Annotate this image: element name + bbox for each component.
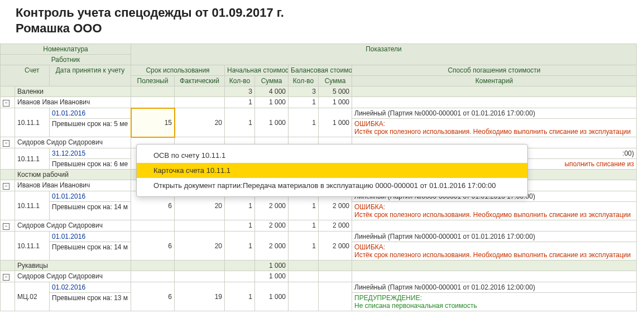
hdr-accept-date: Дата принятия к учету (50, 65, 131, 86)
cell[interactable]: 1 (225, 97, 255, 108)
date-cell[interactable]: 01.01.2016 (50, 232, 131, 242)
page-subtitle: Ромашка ООО (16, 21, 644, 36)
hdr-k1: Кол-во (225, 76, 255, 86)
actual-cell[interactable]: 20 (175, 108, 225, 137)
error-cell[interactable]: ОШИБКА: Истёк срок полезного использован… (352, 242, 637, 261)
cell[interactable]: 1 000 (319, 108, 352, 137)
cell[interactable]: 3 (225, 86, 255, 97)
cell[interactable]: 2 000 (319, 232, 352, 261)
error-title: ОШИБКА: (354, 120, 385, 128)
cell[interactable]: 1 000 (255, 108, 289, 137)
menu-item-open-doc[interactable]: Открыть документ партии:Передача материа… (137, 178, 527, 193)
hdr-comment: Коментарий (352, 76, 637, 86)
collapse-toggle[interactable]: − (1, 220, 15, 232)
method-cell[interactable]: Линейный (Партия №0000-000001 от 01.01.2… (352, 232, 637, 242)
cell[interactable]: 3 (289, 86, 319, 97)
collapse-toggle[interactable]: − (1, 137, 15, 148)
hdr-s2: Сумма (319, 76, 352, 86)
acct-cell[interactable]: 10.11.1 (15, 191, 50, 220)
hdr-method: Способ погашения стоимости (352, 65, 637, 76)
context-menu: ОСВ по счету 10.11.1 Карточка счета 10.1… (136, 144, 528, 197)
acct-cell[interactable]: 10.11.1 (15, 232, 50, 261)
cell[interactable]: 1 000 (255, 97, 289, 108)
method-cell[interactable]: Линейный (Партия №0000-000001 от 01.01.2… (352, 108, 637, 119)
warn-body: Не списана первоначальная стоимость (354, 302, 477, 310)
cell[interactable]: 19 (175, 282, 225, 311)
overdue-cell[interactable]: Превышен срок на: 14 м (50, 202, 131, 220)
date-cell[interactable]: 01.01.2016 (50, 191, 131, 202)
date-cell[interactable]: 01.02.2016 (50, 282, 131, 293)
date-cell[interactable]: 31.12.2015 (50, 148, 131, 159)
cell[interactable]: 1 (225, 220, 255, 232)
overdue-cell[interactable]: Превышен срок на: 13 м (50, 293, 131, 311)
hdr-service: Срок использования (131, 65, 225, 76)
collapse-toggle[interactable]: − (1, 180, 15, 191)
error-cell[interactable]: ОШИБКА: Истёк срок полезного использован… (352, 202, 637, 220)
collapse-toggle[interactable]: − (1, 97, 15, 108)
error-cell[interactable]: ОШИБКА: Истёк срок полезного использован… (352, 119, 637, 137)
warn-cell[interactable]: ПРЕДУПРЕЖДЕНИЕ: Не списана первоначальна… (352, 293, 637, 311)
hdr-useful: Полезный (131, 76, 175, 86)
menu-item-osv[interactable]: ОСВ по счету 10.11.1 (137, 148, 527, 163)
cell[interactable]: 20 (175, 232, 225, 261)
error-title: ОШИБКА: (354, 243, 385, 251)
cell[interactable]: 1 000 (255, 282, 289, 311)
worker-name[interactable]: Иванов Иван Иванович (15, 180, 131, 191)
cell[interactable]: 1 (289, 232, 319, 261)
overdue-cell[interactable]: Превышен срок на: 14 м (50, 242, 131, 261)
cell[interactable]: 2 000 (255, 232, 289, 261)
acct-cell[interactable]: 10.11.1 (15, 148, 50, 170)
hdr-s1: Сумма (255, 76, 289, 86)
error-title: ОШИБКА: (354, 203, 385, 211)
method-cell[interactable]: Линейный (Партия №0000-000001 от 01.02.2… (352, 282, 637, 293)
hdr-bal-cost: Балансовая стоимость (289, 65, 352, 76)
overdue-cell[interactable]: Превышен срок на: 5 ме (50, 119, 131, 137)
overdue-cell[interactable]: Превышен срок на: 6 ме (50, 159, 131, 170)
warn-title: ПРЕДУПРЕЖДЕНИЕ: (354, 294, 422, 302)
hdr-indicators: Показатели (131, 44, 637, 65)
acct-cell[interactable]: МЦ.02 (15, 282, 50, 311)
cell[interactable]: 1 (289, 108, 319, 137)
hdr-k2: Кол-во (289, 76, 319, 86)
hdr-init-cost: Начальная стоимость (225, 65, 289, 76)
cell[interactable]: 1 (225, 108, 255, 137)
cell[interactable]: 1 (289, 220, 319, 232)
cell[interactable]: 1 000 (255, 261, 289, 271)
cell[interactable]: 4 000 (255, 86, 289, 97)
hdr-acct: Счет (15, 65, 50, 86)
hdr-nomen: Номенклатура (1, 44, 131, 55)
date-cell[interactable]: 01.01.2016 (50, 108, 131, 119)
acct-cell[interactable]: 10.11.1 (15, 108, 50, 137)
hdr-actual: Фактический (175, 76, 225, 86)
useful-cell[interactable]: 15 (131, 108, 175, 137)
cell[interactable]: 2 000 (319, 220, 352, 232)
collapse-toggle[interactable]: − (1, 271, 15, 282)
error-body: ыполнить списание из (565, 160, 634, 168)
error-body: Истёк срок полезного использования. Необ… (354, 128, 631, 136)
worker-name[interactable]: Сидоров Сидор Сидорович (15, 271, 131, 282)
cell[interactable]: 2 000 (255, 220, 289, 232)
cell[interactable]: 1 (289, 97, 319, 108)
hdr-worker: Работник (1, 55, 131, 65)
error-body: Истёк срок полезного использования. Необ… (354, 211, 631, 219)
cell[interactable]: 1 000 (319, 97, 352, 108)
item-name[interactable]: Костюм рабочий (15, 170, 131, 180)
worker-name[interactable]: Сидоров Сидор Сидорович (15, 137, 131, 148)
cell[interactable]: 1 (225, 232, 255, 261)
cell[interactable]: 5 000 (319, 86, 352, 97)
error-body: Истёк срок полезного использования. Необ… (354, 251, 631, 259)
worker-name[interactable]: Иванов Иван Иванович (15, 97, 131, 108)
cell[interactable]: 1 (225, 282, 255, 311)
item-name[interactable]: Рукавицы (15, 261, 131, 271)
cell[interactable]: 1 000 (255, 271, 289, 282)
worker-name[interactable]: Сидоров Сидор Сидорович (15, 220, 131, 232)
page-title: Контроль учета спецодежды от 01.09.2017 … (16, 6, 644, 20)
menu-item-card[interactable]: Карточка счета 10.11.1 (137, 163, 527, 178)
cell[interactable]: 6 (131, 282, 175, 311)
cell[interactable]: 6 (131, 232, 175, 261)
item-name[interactable]: Валенки (15, 86, 131, 97)
